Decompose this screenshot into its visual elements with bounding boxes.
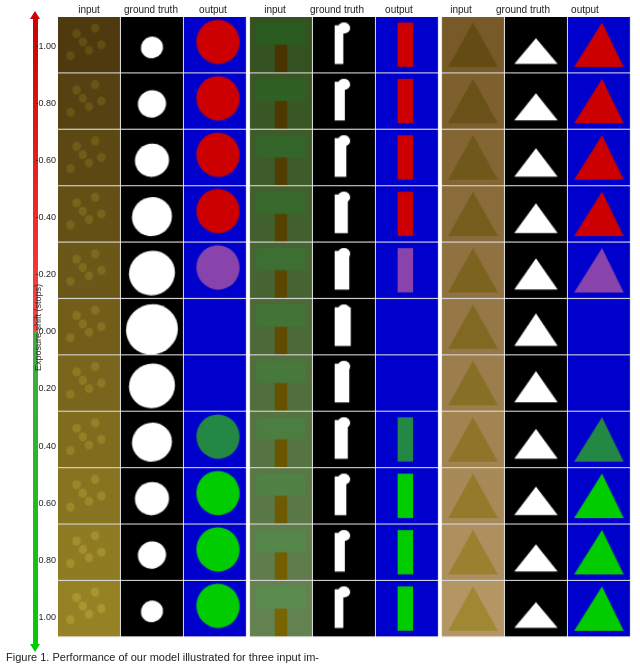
col-label-input2: input xyxy=(244,4,306,15)
row-label-7: 0.40 xyxy=(35,441,56,451)
col-label-input3: input xyxy=(430,4,492,15)
row-label-5: 0.00 xyxy=(35,326,56,336)
row-label-9: 0.80 xyxy=(35,555,56,565)
row-label-3: -0.40 xyxy=(35,212,56,222)
col-label-output1: output xyxy=(182,4,244,15)
col-label-output2: output xyxy=(368,4,430,15)
row-label-10: 1.00 xyxy=(35,612,56,622)
left-axis: Exposure shift (stops) -1.00 -0.80 -0.60… xyxy=(6,17,58,646)
col-label-output3: output xyxy=(554,4,616,15)
row-label-6: 0.20 xyxy=(35,383,56,393)
row-label-1: -0.80 xyxy=(35,98,56,108)
col-label-gt2: ground truth xyxy=(306,4,368,15)
col-label-gt3: ground truth xyxy=(492,4,554,15)
content-area: Exposure shift (stops) -1.00 -0.80 -0.60… xyxy=(6,17,634,646)
row-label-4: -0.20 xyxy=(35,269,56,279)
row-labels: -1.00 -0.80 -0.60 -0.40 -0.20 0.00 0.20 … xyxy=(35,17,56,646)
row-label-0: -1.00 xyxy=(35,41,56,51)
row-label-8: 0.60 xyxy=(35,498,56,508)
footer-caption: Figure 1. Performance of our model illus… xyxy=(6,646,634,665)
col-label-gt1: ground truth xyxy=(120,4,182,15)
header-row: input ground truth output input ground t… xyxy=(58,4,634,15)
row-label-2: -0.60 xyxy=(35,155,56,165)
main-container: input ground truth output input ground t… xyxy=(0,0,640,669)
visualization-canvas xyxy=(58,17,634,646)
col-label-input1: input xyxy=(58,4,120,15)
image-grid xyxy=(58,17,634,646)
